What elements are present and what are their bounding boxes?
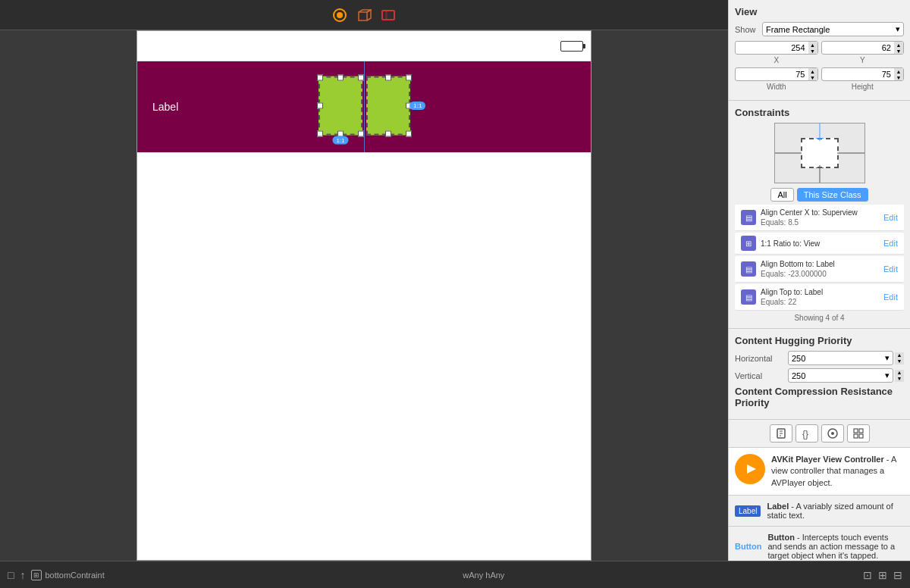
vertical-label: Vertical [735,371,788,380]
constraint-text-2: Align Bottom to: LabelEquals: -23.000000 [761,259,883,279]
label-section: Label Label - A variably sized amount of… [729,496,910,527]
constraint-text-0: Align Center X to: SuperviewEquals: 8.5 [761,208,883,227]
height-input[interactable] [822,68,895,80]
cv-inner-box [801,138,839,168]
vertical-arrow: ▾ [885,371,890,380]
vert-stepper-down[interactable]: ▼ [895,376,904,382]
svg-rect-9 [854,429,858,433]
green-box-1: 1:1 [318,77,362,136]
button-title-strong: Button [767,533,794,542]
avkit-icon [735,454,765,484]
view-section: View Show Frame Rectangle ▾ ▲ ▼ [729,0,910,101]
resize-icon-3[interactable]: ⊟ [893,569,902,581]
grid-icon[interactable] [847,424,870,443]
target-icon[interactable] [821,424,844,443]
y-input[interactable] [822,42,895,54]
x-stepper-down[interactable]: ▼ [808,48,817,54]
show-value: Frame Rectangle [766,25,830,34]
vertical-dropdown[interactable]: 250 ▾ [788,368,893,383]
width-field: ▲ ▼ Width [735,67,818,91]
constraint-item-0: ▤Align Center X to: SuperviewEquals: 8.5… [735,205,904,231]
x-label: X [774,56,779,64]
resize-icon-1[interactable]: ⊡ [863,569,872,581]
avkit-text: AVKit Player View Controller - A view co… [771,454,904,489]
width-label: Width [767,83,786,91]
ratio-badge-side: 1:1 [410,102,425,110]
horizontal-dropdown[interactable]: 250 ▾ [788,351,893,365]
constraint-edit-3[interactable]: Edit [883,292,898,302]
handle-tm-2[interactable] [385,75,391,81]
rect-icon[interactable] [381,8,396,23]
width-stepper-up[interactable]: ▲ [808,68,817,74]
cv-tick-top [816,138,824,139]
svg-rect-4 [385,11,388,20]
handle-tl-1[interactable] [317,75,323,81]
handle-tr-1[interactable] [358,75,364,81]
constraint-item-3: ▤Align Top to: LabelEquals: 22Edit [735,284,904,311]
horiz-stepper-up[interactable]: ▲ [895,352,904,358]
braces-icon[interactable]: {} [795,424,818,443]
vert-stepper-up[interactable]: ▲ [895,370,904,376]
horiz-stepper-down[interactable]: ▼ [895,358,904,364]
svg-text:{}: {} [802,429,808,439]
bb-constraint-label: ⊞ bottomContraint [31,570,104,580]
handle-bl-1[interactable] [317,131,323,137]
constraint-edit-1[interactable]: Edit [883,239,898,248]
constraints-title: Constraints [735,107,904,118]
height-stepper-up[interactable]: ▲ [894,68,903,74]
compression-title: Content Compression Resistance Priority [735,386,904,408]
content-hugging-title: Content Hugging Priority [735,335,904,346]
y-stepper-up[interactable]: ▲ [894,42,903,48]
status-bar [137,31,591,61]
width-stepper-down[interactable]: ▼ [808,74,817,80]
avkit-section: AVKit Player View Controller - A view co… [729,448,910,496]
purple-section: Label [137,61,591,152]
button-badge: Button [735,542,761,551]
vertical-value: 250 [792,371,805,380]
width-input[interactable] [736,68,808,80]
handle-ml-1[interactable] [317,103,323,109]
bb-center: wAny hAny [463,571,504,580]
height-label: Height [852,83,874,91]
constraint-buttons: All This Size Class [735,188,904,202]
horizontal-label: Horizontal [735,354,788,363]
label-text: Label [152,101,178,113]
bb-square-icon[interactable]: □ [8,569,14,581]
label-title-strong: Label [767,502,789,511]
bb-arrow-icon[interactable]: ↑ [20,569,25,581]
y-label: Y [860,56,865,64]
coord-row-wh: ▲ ▼ Width ▲ ▼ Height [735,67,904,91]
height-stepper-down[interactable]: ▼ [894,74,903,80]
height-stepper: ▲ ▼ [894,68,903,80]
constraint-text-3: Align Top to: LabelEquals: 22 [761,287,883,307]
constraint-edit-2[interactable]: Edit [883,264,898,274]
show-label: Show [735,25,758,34]
constraint-edit-0[interactable]: Edit [883,213,898,222]
doc-icon[interactable] [770,424,792,443]
svg-point-1 [337,12,343,18]
green-box-2: 1:1 [366,77,410,136]
handle-br-2[interactable] [406,131,412,137]
y-stepper-down[interactable]: ▼ [894,48,903,54]
resize-icon-2[interactable]: ⊞ [878,569,887,581]
x-stepper-up[interactable]: ▲ [808,42,817,48]
constraint-item-1: ⊞1:1 Ratio to: ViewEdit [735,233,904,255]
y-field: ▲ ▼ Y [821,41,905,64]
horizontal-priority-row: Horizontal 250 ▾ ▲ ▼ [735,351,904,365]
show-row: Show Frame Rectangle ▾ [735,22,904,36]
button-section: Button Button - Intercepts touch events … [729,527,910,561]
label-desc: Label - A variably sized amount of stati… [767,502,904,520]
handle-tr-2[interactable] [406,75,412,81]
dropdown-arrow: ▾ [896,24,900,34]
circle-icon[interactable] [332,8,347,23]
handle-bm-2[interactable] [385,131,391,137]
horizontal-value: 250 [792,354,805,363]
x-input[interactable] [736,42,808,54]
show-dropdown[interactable]: Frame Rectangle ▾ [762,22,904,36]
all-button[interactable]: All [770,188,793,202]
constraint-text-1: 1:1 Ratio to: View [761,239,883,249]
cube-icon[interactable] [356,8,372,23]
handle-tm-1[interactable] [337,75,344,81]
this-size-class-button[interactable]: This Size Class [797,188,868,202]
handle-br-1[interactable] [358,131,364,137]
